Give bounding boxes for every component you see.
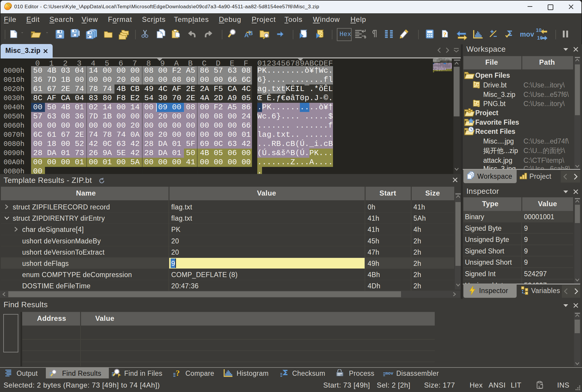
svg-text:?: ?	[443, 31, 447, 38]
svg-text:?: ?	[176, 369, 180, 378]
svg-text:B: B	[248, 30, 253, 36]
svg-text:A: A	[244, 32, 249, 38]
svg-text:mov: mov	[385, 371, 393, 376]
